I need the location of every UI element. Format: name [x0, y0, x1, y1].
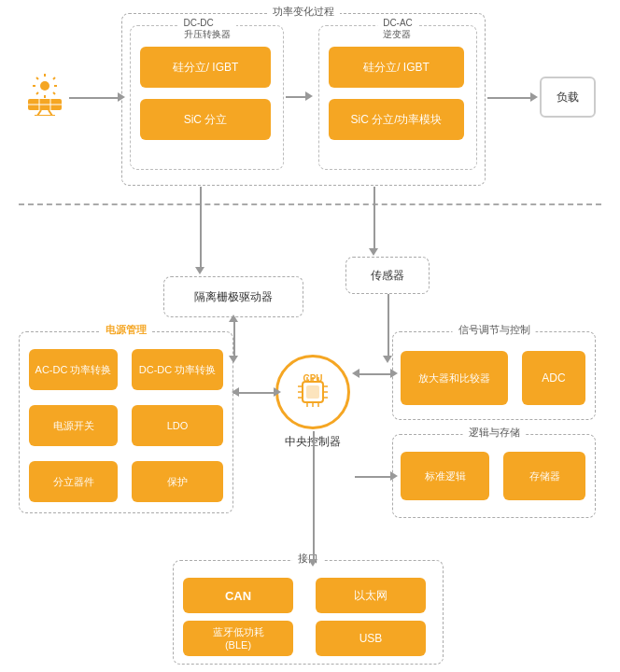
arrowhead-cpu-pm — [232, 387, 239, 397]
sensor-container: 传感器 — [345, 257, 430, 294]
arrow-sensor-cpu — [388, 294, 389, 359]
arrowhead-cpu-isolation — [229, 315, 238, 322]
dcdc-label: DC-DC升压转换器 — [178, 18, 236, 41]
svg-line-6 — [53, 77, 55, 79]
arrowhead-pm-cpu — [274, 387, 281, 397]
cpu-chip-label: CPU — [288, 373, 338, 384]
dcac-box2: SiC 分立/功率模块 — [329, 99, 464, 140]
dcac-container: DC-AC逆变器 硅分立/ IGBT SiC 分立/功率模块 — [318, 25, 477, 170]
arrow-solar-dcdc — [69, 97, 121, 99]
dcac-box1: 硅分立/ IGBT — [329, 47, 464, 88]
diagram: 功率变化过程 DC-DC升压转换器 硅分立/ IGBT SiC 分立 DC-AC… — [0, 0, 620, 672]
arrow-signal-cpu — [355, 373, 394, 375]
svg-line-7 — [36, 92, 38, 94]
power-mgmt-container: 电源管理 AC-DC 功率转换 DC-DC 功率转换 电源开关 LDO 分立器件… — [19, 331, 233, 513]
arrowhead-dcdc-dcac — [305, 91, 313, 101]
arrowhead-isolation-cpu — [229, 356, 238, 363]
interface-container: 接口 CAN 以太网 蓝牙低功耗 (BLE) USB — [173, 560, 444, 665]
svg-line-8 — [53, 92, 55, 94]
arrowhead-signal-cpu — [352, 369, 359, 378]
signal-ctrl-container: 信号调节与控制 放大器和比较器 ADC — [392, 331, 596, 420]
logic-box2: 存储器 — [503, 452, 585, 500]
arrowhead-v-isolation — [195, 267, 204, 274]
pm-box6: 保护 — [132, 461, 223, 502]
isolation-driver-label: 隔离栅极驱动器 — [164, 277, 303, 316]
arrowhead-cpu-signal — [390, 369, 398, 378]
arrow-v-dcdc-isolation — [200, 187, 202, 271]
svg-point-0 — [40, 81, 49, 91]
logic-storage-container: 逻辑与存储 标准逻辑 存储器 — [392, 434, 596, 518]
signal-box2: ADC — [522, 351, 585, 405]
intf-box3: 蓝牙低功耗 (BLE) — [183, 621, 293, 656]
isolation-driver-container: 隔离栅极驱动器 — [163, 276, 303, 317]
arrowhead-v-dcac — [369, 248, 378, 256]
logic-storage-label: 逻辑与存储 — [463, 426, 526, 440]
pm-box3: 电源开关 — [29, 405, 118, 446]
signal-box1: 放大器和比较器 — [401, 351, 508, 405]
arrow-pm-cpu — [233, 392, 277, 394]
sensor-label: 传感器 — [346, 258, 429, 293]
intf-box1: CAN — [183, 578, 293, 613]
load-box: 负载 — [540, 77, 596, 118]
pm-box4: LDO — [132, 405, 223, 446]
pm-box2: DC-DC 功率转换 — [132, 349, 223, 390]
signal-ctrl-label: 信号调节与控制 — [453, 323, 536, 337]
svg-rect-17 — [306, 385, 319, 399]
arrow-isolation-cpu — [233, 317, 235, 358]
dcdc-box1: 硅分立/ IGBT — [140, 47, 271, 88]
arrow-cpu-intf — [313, 431, 315, 562]
cpu-circle — [275, 355, 350, 429]
dcdc-container: DC-DC升压转换器 硅分立/ IGBT SiC 分立 — [130, 25, 284, 170]
intf-box2: 以太网 — [316, 578, 426, 613]
arrow-v-dcac-down — [373, 187, 375, 252]
arrowhead-cpu-intf — [308, 559, 317, 567]
dcdc-box2: SiC 分立 — [140, 99, 271, 140]
power-conversion-label: 功率变化过程 — [267, 5, 340, 19]
svg-line-5 — [36, 77, 38, 79]
pm-box1: AC-DC 功率转换 — [29, 349, 118, 390]
logic-box1: 标准逻辑 — [401, 452, 489, 500]
pm-box5: 分立器件 — [29, 461, 118, 502]
arrowhead-solar-dcdc — [118, 92, 125, 102]
arrowhead-dcac-load — [530, 92, 538, 102]
dcac-label: DC-AC逆变器 — [377, 18, 418, 41]
power-mgmt-label: 电源管理 — [100, 323, 152, 337]
load-label: 负载 — [557, 90, 579, 105]
arrowhead-sensor-cpu — [383, 356, 392, 363]
arrow-dcac-load — [487, 97, 534, 99]
solar-icon — [17, 63, 73, 119]
arrowhead-cpu-logic — [390, 471, 398, 481]
h-divider — [19, 203, 601, 205]
power-conversion-container: 功率变化过程 DC-DC升压转换器 硅分立/ IGBT SiC 分立 DC-AC… — [121, 13, 486, 186]
intf-box4: USB — [316, 621, 426, 656]
arrow-cpu-logic — [355, 476, 394, 478]
